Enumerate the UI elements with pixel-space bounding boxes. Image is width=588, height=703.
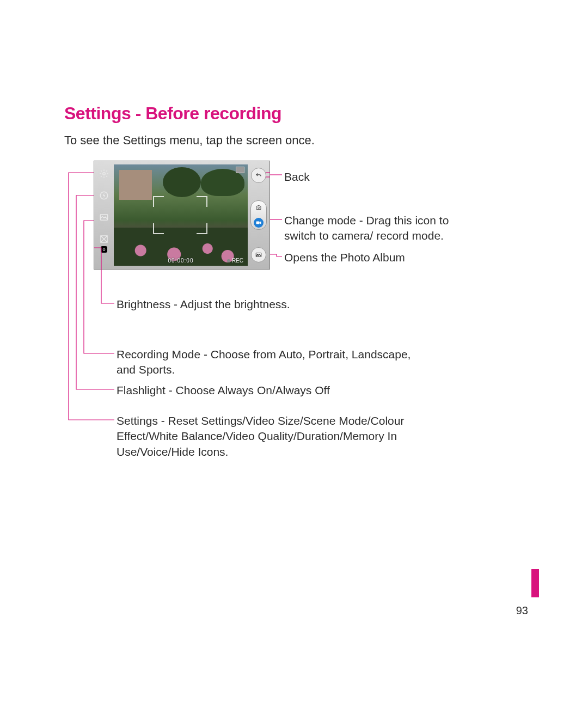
- storage-icon: [236, 167, 244, 173]
- rec-indicator: REC: [227, 258, 243, 264]
- callout-album: Opens the Photo Album: [284, 250, 405, 265]
- focus-brackets: [153, 196, 207, 234]
- left-toolbar: 0: [96, 164, 112, 266]
- callout-recmode: Recording Mode - Choose from Auto, Portr…: [117, 347, 421, 378]
- video-mode-icon: [254, 218, 264, 228]
- camera-ui-diagram: 00:00:00 REC 0: [64, 161, 524, 466]
- svg-point-4: [258, 207, 260, 209]
- scene-mode-icon[interactable]: [98, 211, 110, 223]
- callout-mode: Change mode - Drag this icon to switch t…: [284, 213, 453, 244]
- camera-mode-icon: [254, 203, 264, 212]
- page-number: 93: [516, 604, 528, 617]
- scene-building: [119, 170, 152, 200]
- record-timer: 00:00:00: [168, 258, 194, 264]
- flash-icon[interactable]: [98, 189, 110, 201]
- album-button[interactable]: [251, 247, 266, 262]
- settings-icon[interactable]: [98, 168, 110, 180]
- manual-page: Settings - Before recording To see the S…: [64, 103, 524, 466]
- section-heading: Settings - Before recording: [64, 103, 524, 124]
- brightness-value: 0: [101, 246, 107, 253]
- camera-screenshot: 00:00:00 REC 0: [94, 161, 270, 270]
- callout-flash: Flashlight - Choose Always On/Always Off: [117, 383, 330, 398]
- back-button[interactable]: [251, 168, 266, 183]
- right-toolbar: [250, 164, 267, 266]
- brightness-icon[interactable]: [98, 233, 110, 245]
- callout-brightness: Brightness - Adjust the brightness.: [117, 297, 290, 312]
- svg-point-0: [103, 173, 106, 175]
- mode-switch[interactable]: [250, 200, 267, 230]
- viewfinder: 00:00:00 REC: [114, 164, 248, 266]
- scene-tree: [163, 167, 201, 197]
- intro-text: To see the Settings menu, tap the screen…: [64, 133, 524, 148]
- callout-settings: Settings - Reset Settings/Video Size/Sce…: [117, 413, 421, 460]
- svg-rect-5: [256, 222, 260, 224]
- page-accent-bar: [531, 569, 539, 597]
- callout-back: Back: [284, 169, 310, 185]
